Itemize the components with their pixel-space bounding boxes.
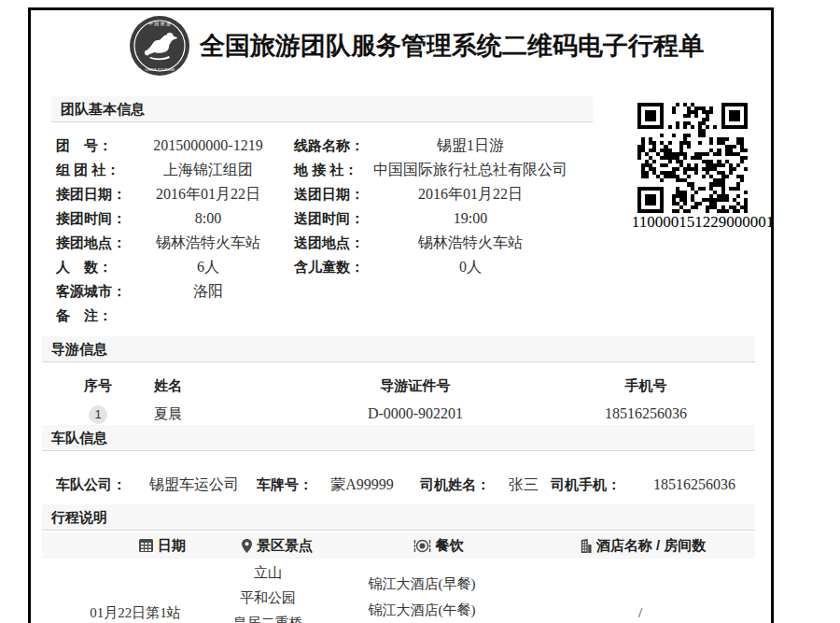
guide-table: 序号 姓名 导游证件号 手机号 1 夏晨 D-0000-902201 18516… [42,374,755,428]
hotel-icon [579,539,592,553]
section-title-guide-info: 导游信息 [42,336,755,362]
section-title-fleet-info: 车队信息 [42,425,755,451]
column-header-date: 日期 [158,532,186,559]
section-title-basic-info: 团队基本信息 [51,96,593,122]
field-label: 送团时间： [294,206,364,231]
field-value: 锡盟1日游 [362,134,579,158]
field-row: 备 注： [31,304,637,328]
guide-no-badge: 1 [89,405,107,424]
itinerary-hotel: / [638,603,642,622]
field-value: 19:00 [362,206,579,231]
guide-cert-number: D-0000-902201 [294,400,537,428]
field-value: 6人 [119,255,297,279]
field-value: 0人 [362,255,579,279]
itinerary-table-header: 日期 景区景点 餐饮 酒店名称 / 房间数 [42,532,755,559]
plate-number: 蒙A99999 [330,473,394,497]
column-header-spots: 景区景点 [257,532,313,559]
section-title-itinerary: 行程说明 [42,504,755,531]
guide-table-header: 序号 姓名 导游证件号 手机号 [42,374,755,398]
column-header-hotel: 餐饮 [436,532,464,559]
field-row: 客源城市： 洛阳 [31,279,637,304]
field-label: 接团时间： [56,206,126,231]
itinerary-date: 01月22日第1站 [90,603,181,622]
field-row: 人 数： 6人 含儿童数： 0人 [31,255,637,279]
field-label: 地 接 社： [294,158,357,182]
fleet-company: 锡盟车运公司 [149,473,239,497]
field-label: 接团地点： [56,231,126,255]
basic-info-fields: 团 号： 2015000000-1219 线路名称： 锡盟1日游 组 团 社： … [31,134,637,328]
field-label: 车牌号： [257,473,313,497]
field-value: 中国国际旅行社总社有限公司 [362,158,579,182]
column-header-name: 姓名 [154,374,294,398]
field-row: 组 团 社： 上海锦江组团 地 接 社： 中国国际旅行社总社有限公司 [31,158,637,182]
china-tourism-emblem-icon: 中 国 旅 游 CHINA TOURISM [128,14,191,78]
driver-phone: 18516256036 [653,473,735,497]
field-value: 洛阳 [119,279,297,304]
field-value: 锡林浩特火车站 [362,231,579,255]
guide-phone: 18516256036 [537,400,755,428]
field-label: 司机姓名： [420,473,490,497]
field-label: 车队公司： [56,473,126,497]
itinerary-meal: 锦江大酒店(午餐) [369,601,476,619]
field-label: 备 注： [56,304,112,328]
field-value: 2016年01月22日 [362,182,579,206]
location-pin-icon [242,539,252,553]
itinerary-spot: 平和公园 [240,588,296,607]
field-label: 送团日期： [294,182,364,206]
field-label: 团 号： [56,134,112,158]
guide-name: 夏晨 [154,400,294,428]
emblem-text-top: 中 国 旅 游 [148,21,171,27]
field-label: 组 团 社： [56,158,119,182]
fleet-info-row: 车队公司： 锡盟车运公司 车牌号： 蒙A99999 司机姓名： 张三 司机手机：… [42,473,755,497]
field-label: 送团地点： [294,231,364,255]
field-row: 团 号： 2015000000-1219 线路名称： 锡盟1日游 [31,134,637,158]
field-label: 人 数： [56,255,112,279]
field-label: 线路名称： [294,134,364,158]
itinerary-document: 中 国 旅 游 CHINA TOURISM 全国旅游团队服务管理系统二维码电子行… [28,7,774,623]
driver-name: 张三 [509,473,539,497]
column-header-hotel-rooms: 酒店名称 / 房间数 [596,532,707,559]
field-value: 8:00 [119,206,297,231]
field-label: 接团日期： [56,182,126,206]
itinerary-spot: 皇居二重桥 [233,614,303,623]
field-label: 含儿童数： [294,255,364,279]
field-label: 司机手机： [551,473,621,497]
field-value: 上海锦江组团 [119,158,297,182]
field-value: 2016年01月22日 [119,182,297,206]
page-title: 全国旅游团队服务管理系统二维码电子行程单 [200,29,704,63]
field-label: 客源城市： [56,279,126,304]
field-value: 2015000000-1219 [119,134,297,158]
column-header-cert: 导游证件号 [294,374,537,398]
field-row: 接团日期： 2016年01月22日 送团日期： 2016年01月22日 [31,182,637,206]
itinerary-spot: 立山 [254,563,282,582]
field-value: 锡林浩特火车站 [119,231,297,255]
field-row: 接团地点： 锡林浩特火车站 送团地点： 锡林浩特火车站 [31,231,637,255]
emblem-text-bottom: CHINA TOURISM [145,67,175,72]
field-row: 接团时间： 8:00 送团时间： 19:00 [31,206,637,231]
calendar-icon [139,539,153,552]
guide-table-row: 1 夏晨 D-0000-902201 18516256036 [42,400,755,428]
dining-icon [414,539,431,553]
itinerary-meal: 锦江大酒店(早餐) [369,574,476,593]
qr-number: 110000151229000001 [630,213,776,232]
column-header-phone: 手机号 [537,374,755,398]
qr-code-icon [637,103,748,213]
column-header-no: 序号 [42,374,154,398]
